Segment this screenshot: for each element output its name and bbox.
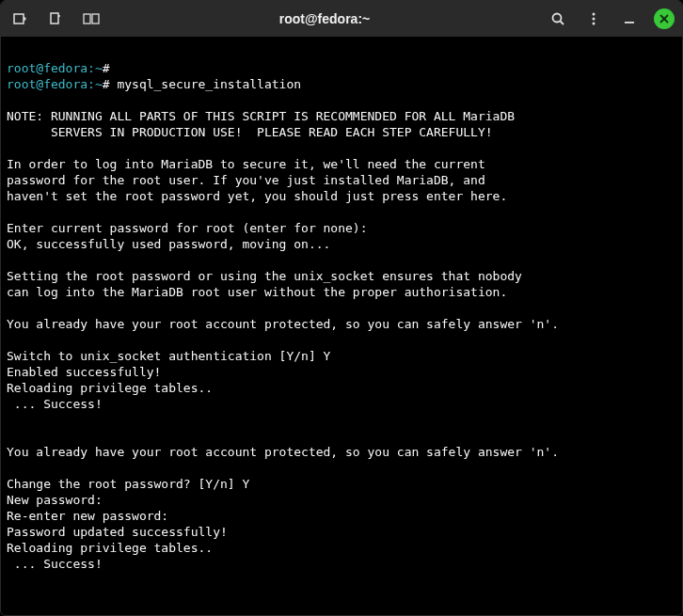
output-line: New password: <box>7 492 676 508</box>
output-line: Reloading privilege tables.. <box>7 540 676 556</box>
close-icon[interactable] <box>654 8 675 29</box>
window-title: root@fedora:~ <box>103 11 547 26</box>
output-line: ... Success! <box>7 556 676 572</box>
output-line: Enter current password for root (enter f… <box>7 220 676 236</box>
output-line <box>7 92 676 108</box>
svg-point-6 <box>593 13 596 16</box>
search-icon[interactable] <box>547 8 569 30</box>
prompt-hash: # <box>103 61 110 75</box>
terminal-output[interactable]: root@fedora:~#root@fedora:~# mysql_secur… <box>1 37 682 595</box>
output-line <box>7 140 676 156</box>
svg-rect-2 <box>84 14 90 24</box>
svg-point-7 <box>593 18 596 21</box>
new-tab-icon[interactable] <box>8 8 31 30</box>
output-lines: NOTE: RUNNING ALL PARTS OF THIS SCRIPT I… <box>7 92 676 588</box>
prompt-sep: : <box>87 61 95 75</box>
output-line: ... Success! <box>7 396 676 412</box>
svg-point-4 <box>553 14 562 23</box>
svg-point-8 <box>593 23 596 25</box>
output-line: Change the root password? [Y/n] Y <box>7 476 676 492</box>
output-line: Enabled successfully! <box>7 364 676 380</box>
output-line: Setting the root password or using the u… <box>7 268 676 284</box>
output-line <box>7 332 676 348</box>
prompt-line: root@fedora:~# <box>7 60 676 76</box>
output-line: can log into the MariaDB root user witho… <box>7 284 676 300</box>
output-line: Reloading privilege tables.. <box>7 380 676 396</box>
output-line: Re-enter new password: <box>7 508 676 524</box>
new-window-icon[interactable] <box>44 8 67 30</box>
output-line: You already have your root account prote… <box>7 316 676 332</box>
svg-rect-3 <box>92 14 99 24</box>
output-line: You already have your root account prote… <box>7 444 676 460</box>
svg-line-5 <box>561 22 564 25</box>
output-line: haven't set the root password yet, you s… <box>7 188 676 204</box>
output-line: SERVERS IN PRODUCTION USE! PLEASE READ E… <box>7 124 676 140</box>
prompt-user: root@fedora <box>7 77 87 91</box>
titlebar-left-controls <box>8 8 103 30</box>
output-line: Switch to unix_socket authentication [Y/… <box>7 348 676 364</box>
output-line: OK, successfully used password, moving o… <box>7 236 676 252</box>
minimize-icon[interactable] <box>618 8 641 30</box>
output-line <box>7 460 676 476</box>
output-line <box>7 300 676 316</box>
split-icon[interactable] <box>80 8 103 30</box>
output-line <box>7 572 676 588</box>
output-line <box>7 204 676 220</box>
titlebar-right-controls <box>547 8 675 30</box>
output-line: Password updated successfully! <box>7 524 676 540</box>
command-line: root@fedora:~# mysql_secure_installation <box>7 76 676 92</box>
output-line: password for the root user. If you've ju… <box>7 172 676 188</box>
prompt-path: ~ <box>95 61 103 75</box>
menu-icon[interactable] <box>582 8 605 30</box>
output-line: NOTE: RUNNING ALL PARTS OF THIS SCRIPT I… <box>7 108 676 124</box>
output-line <box>7 252 676 268</box>
output-line <box>7 428 676 444</box>
output-line: In order to log into MariaDB to secure i… <box>7 156 676 172</box>
window-titlebar: root@fedora:~ <box>1 1 682 37</box>
svg-rect-0 <box>14 14 24 24</box>
prompt-user: root@fedora <box>7 61 87 75</box>
svg-rect-1 <box>51 13 58 24</box>
prompt-sep: : <box>87 77 95 91</box>
command-text: mysql_secure_installation <box>117 77 301 91</box>
svg-rect-9 <box>625 22 634 24</box>
output-line <box>7 412 676 428</box>
prompt-path: ~ <box>95 77 103 91</box>
prompt-hash: # <box>103 77 110 91</box>
